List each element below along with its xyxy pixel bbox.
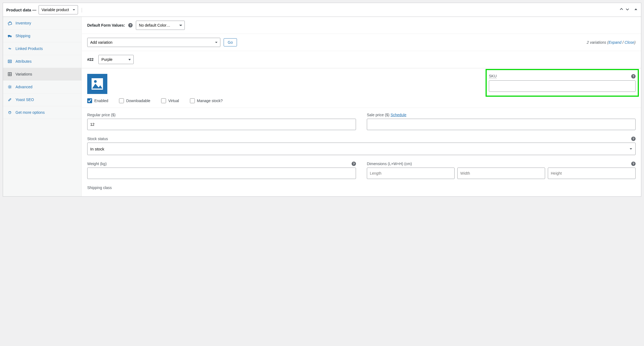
sidebar-item-variations[interactable]: Variations bbox=[3, 68, 82, 81]
help-icon[interactable]: ? bbox=[631, 162, 636, 166]
svg-point-6 bbox=[9, 86, 11, 88]
sidebar: Inventory Shipping Linked Products Attri… bbox=[3, 17, 82, 196]
variation-id: #22 bbox=[87, 57, 93, 62]
plug-icon bbox=[7, 110, 12, 115]
regular-price-label: Regular price ($) bbox=[87, 113, 356, 117]
sidebar-item-linked-products[interactable]: Linked Products bbox=[3, 42, 82, 55]
regular-price-input[interactable] bbox=[87, 119, 356, 130]
sidebar-item-label: Get more options bbox=[15, 110, 45, 115]
sidebar-item-attributes[interactable]: Attributes bbox=[3, 55, 82, 68]
svg-point-2 bbox=[8, 37, 9, 37]
dimensions-label: Dimensions (L×W×H) (cm) bbox=[367, 162, 412, 166]
svg-point-8 bbox=[94, 80, 97, 83]
help-icon[interactable]: ? bbox=[352, 162, 356, 166]
add-variation-select[interactable]: Add variation bbox=[87, 38, 220, 47]
panel-header-controls bbox=[619, 7, 638, 12]
truck-icon bbox=[7, 33, 12, 38]
image-placeholder-icon bbox=[91, 78, 104, 90]
enabled-checkbox-label[interactable]: Enabled bbox=[87, 98, 108, 103]
sidebar-item-label: Inventory bbox=[15, 21, 31, 25]
schedule-link[interactable]: Schedule bbox=[390, 113, 406, 117]
sidebar-item-label: Linked Products bbox=[15, 46, 43, 51]
separator-pipe: | bbox=[81, 7, 83, 13]
chevron-down-icon[interactable] bbox=[625, 7, 630, 12]
sidebar-item-get-more-options[interactable]: Get more options bbox=[3, 106, 82, 119]
sku-label: SKU bbox=[489, 74, 497, 79]
weight-input[interactable] bbox=[87, 168, 356, 179]
help-icon[interactable]: ? bbox=[128, 23, 133, 27]
sidebar-item-shipping[interactable]: Shipping bbox=[3, 30, 82, 42]
link-icon bbox=[7, 46, 12, 51]
variations-meta: 2 variations (Expand / Close) bbox=[587, 40, 636, 45]
sidebar-item-inventory[interactable]: Inventory bbox=[3, 17, 82, 30]
svg-point-3 bbox=[11, 37, 11, 37]
list-icon bbox=[7, 59, 12, 64]
variations-count: 2 variations ( bbox=[587, 40, 608, 45]
sale-price-input[interactable] bbox=[367, 119, 636, 130]
downloadable-checkbox-label[interactable]: Downloadable bbox=[119, 98, 150, 103]
toggle-panel-icon[interactable] bbox=[634, 7, 638, 12]
gear-icon bbox=[7, 84, 12, 89]
svg-rect-0 bbox=[8, 22, 12, 25]
height-input[interactable] bbox=[548, 168, 636, 179]
width-input[interactable] bbox=[457, 168, 545, 179]
svg-rect-1 bbox=[8, 35, 10, 37]
sidebar-item-yoast-seo[interactable]: Yoast SEO bbox=[3, 93, 82, 106]
grid-icon bbox=[7, 72, 12, 77]
panel-title: Product data — bbox=[6, 8, 36, 12]
variation-attribute-select[interactable]: Purple bbox=[98, 55, 134, 64]
shipping-class-label: Shipping class bbox=[87, 185, 636, 190]
weight-label: Weight (kg) bbox=[87, 162, 107, 166]
wrench-icon bbox=[7, 97, 12, 102]
go-button[interactable]: Go bbox=[224, 38, 237, 46]
stock-status-label: Stock status bbox=[87, 137, 108, 141]
chevron-up-icon[interactable] bbox=[619, 7, 624, 12]
stock-status-select[interactable]: In stock bbox=[87, 143, 636, 155]
virtual-checkbox-label[interactable]: Virtual bbox=[161, 98, 179, 103]
length-input[interactable] bbox=[367, 168, 455, 179]
sidebar-item-label: Advanced bbox=[15, 85, 32, 89]
product-data-panel: Product data — Variable product | Invent bbox=[3, 3, 641, 197]
sidebar-item-label: Shipping bbox=[15, 34, 30, 38]
panel-header: Product data — Variable product | bbox=[3, 3, 641, 17]
sku-input[interactable] bbox=[489, 80, 636, 92]
main-content: Default Form Values: ? No default Color…… bbox=[82, 17, 641, 196]
sidebar-item-advanced[interactable]: Advanced bbox=[3, 81, 82, 93]
manage-stock-checkbox[interactable] bbox=[190, 98, 195, 103]
default-form-values-label: Default Form Values: bbox=[87, 23, 125, 27]
default-color-select[interactable]: No default Color… bbox=[136, 21, 185, 30]
help-icon[interactable]: ? bbox=[631, 137, 636, 141]
sidebar-item-label: Yoast SEO bbox=[15, 97, 34, 102]
virtual-checkbox[interactable] bbox=[161, 98, 166, 103]
inventory-icon bbox=[7, 21, 12, 26]
help-icon[interactable]: ? bbox=[631, 74, 636, 78]
product-type-select[interactable]: Variable product bbox=[39, 5, 78, 14]
variation-image-upload[interactable] bbox=[87, 74, 107, 94]
sidebar-item-label: Variations bbox=[15, 72, 32, 76]
enabled-checkbox[interactable] bbox=[87, 98, 92, 103]
sidebar-item-label: Attributes bbox=[15, 59, 32, 64]
expand-link[interactable]: Expand bbox=[608, 40, 621, 45]
downloadable-checkbox[interactable] bbox=[119, 98, 124, 103]
sale-price-label: Sale price ($) Schedule bbox=[367, 113, 636, 117]
manage-stock-checkbox-label[interactable]: Manage stock? bbox=[190, 98, 223, 103]
close-link[interactable]: Close bbox=[625, 40, 634, 45]
variation-header-row[interactable]: #22 Purple bbox=[82, 51, 641, 68]
